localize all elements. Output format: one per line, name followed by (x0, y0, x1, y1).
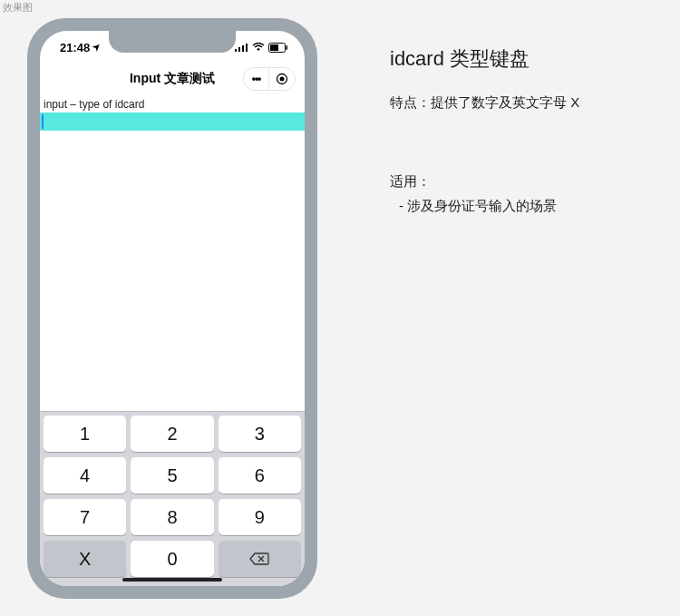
usage-section: 适用： - 涉及身份证号输入的场景 (390, 173, 579, 215)
svg-rect-5 (270, 44, 278, 51)
close-icon (276, 73, 288, 85)
phone-screen: 21:48 ➤ (40, 31, 305, 586)
page-title: Input 文章测试 (130, 71, 215, 87)
status-left: 21:48 ➤ (60, 41, 101, 54)
key-x[interactable]: X (44, 541, 126, 577)
battery-icon (268, 43, 288, 53)
feature-label: 特点： (390, 94, 431, 110)
phone-notch (109, 31, 236, 53)
status-time: 21:48 (60, 41, 90, 54)
image-caption: 效果图 (3, 1, 33, 15)
svg-rect-3 (246, 44, 248, 52)
feature-text: 提供了数字及英文字母 X (431, 94, 579, 110)
keyboard: 1 2 3 4 5 6 7 8 9 X (40, 411, 305, 586)
key-1[interactable]: 1 (44, 416, 126, 452)
key-7[interactable]: 7 (44, 499, 126, 535)
svg-rect-2 (242, 45, 244, 52)
app-header: Input 文章测试 ••• (40, 64, 305, 96)
keyboard-row: 1 2 3 (44, 416, 301, 452)
home-indicator[interactable] (122, 578, 222, 582)
idcard-input[interactable] (40, 112, 305, 131)
keyboard-row: 4 5 6 (44, 457, 301, 494)
svg-rect-6 (287, 45, 288, 50)
backspace-icon (249, 552, 269, 565)
key-9[interactable]: 9 (219, 499, 301, 535)
more-icon: ••• (252, 73, 261, 85)
content-area: input – type of idcard 1 2 3 4 5 6 (40, 96, 305, 586)
wifi-icon (252, 43, 265, 52)
key-0[interactable]: 0 (131, 541, 213, 577)
svg-rect-0 (235, 49, 237, 52)
key-6[interactable]: 6 (219, 457, 301, 494)
keyboard-row: 7 8 9 (44, 499, 301, 535)
main-container: 21:48 ➤ (0, 0, 680, 616)
close-button[interactable] (269, 68, 295, 90)
feature-line: 特点：提供了数字及英文字母 X (390, 94, 579, 112)
key-2[interactable]: 2 (131, 416, 213, 452)
key-8[interactable]: 8 (131, 499, 213, 535)
key-backspace[interactable] (219, 541, 301, 577)
description-panel: idcard 类型键盘 特点：提供了数字及英文字母 X 适用： - 涉及身份证号… (390, 18, 579, 599)
more-button[interactable]: ••• (244, 68, 269, 90)
svg-rect-1 (238, 47, 240, 52)
key-5[interactable]: 5 (131, 457, 213, 494)
usage-item: - 涉及身份证号输入的场景 (390, 198, 579, 215)
usage-label: 适用： (390, 173, 579, 191)
key-4[interactable]: 4 (44, 457, 126, 494)
input-label: input – type of idcard (40, 96, 305, 112)
header-capsule: ••• (243, 67, 296, 91)
svg-point-8 (280, 77, 285, 82)
content-spacer (40, 131, 305, 411)
signal-icon (235, 43, 248, 52)
keyboard-row: X 0 (44, 541, 301, 577)
status-right (235, 43, 288, 53)
key-3[interactable]: 3 (219, 416, 301, 452)
description-title: idcard 类型键盘 (390, 45, 579, 73)
phone-frame: 21:48 ➤ (27, 18, 317, 599)
text-cursor (42, 114, 44, 129)
location-arrow-icon: ➤ (91, 41, 102, 53)
